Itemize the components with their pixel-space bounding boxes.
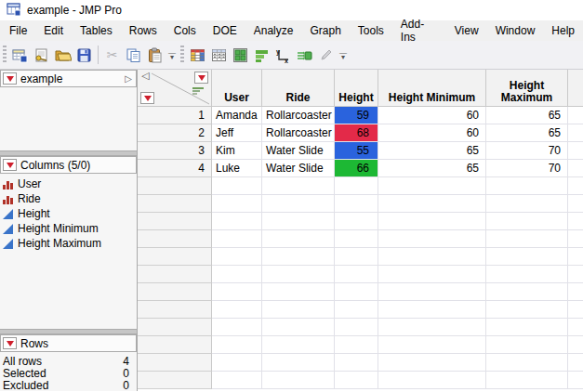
fit-y-by-x-icon[interactable]: y x xyxy=(272,45,294,66)
cell-empty[interactable] xyxy=(335,177,378,195)
row-number[interactable]: 2 xyxy=(138,124,212,142)
cell-empty[interactable] xyxy=(486,372,568,389)
cell-empty[interactable] xyxy=(335,195,378,213)
cell-empty[interactable] xyxy=(486,177,568,195)
row-number-empty[interactable] xyxy=(138,266,212,283)
cell-empty[interactable] xyxy=(335,372,378,389)
cell-empty[interactable] xyxy=(335,248,378,266)
column-item-height-minimum[interactable]: Height Minimum xyxy=(0,221,137,236)
cell-empty[interactable] xyxy=(378,195,486,213)
cell-height-maximum[interactable]: 70 xyxy=(486,160,568,177)
cell-empty[interactable] xyxy=(212,177,262,195)
cell-empty[interactable] xyxy=(262,301,335,319)
row-number-empty[interactable] xyxy=(138,230,212,248)
menu-add-ins[interactable]: Add-Ins xyxy=(392,15,446,46)
row-number-empty[interactable] xyxy=(138,195,212,213)
rows-red-triangle-menu[interactable] xyxy=(3,337,17,349)
open-database-icon[interactable] xyxy=(31,45,52,66)
cell-empty[interactable] xyxy=(486,319,568,336)
save-icon[interactable] xyxy=(73,45,95,66)
menu-cols[interactable]: Cols xyxy=(166,21,205,40)
cell-empty[interactable] xyxy=(378,230,486,248)
cell-empty[interactable] xyxy=(378,301,486,319)
menu-edit[interactable]: Edit xyxy=(35,21,72,40)
cell-empty[interactable] xyxy=(335,283,378,301)
cell-user[interactable]: Jeff xyxy=(212,124,262,142)
column-item-user[interactable]: User xyxy=(0,176,137,191)
cell-empty[interactable] xyxy=(568,213,583,230)
row-number-empty[interactable] xyxy=(138,372,212,389)
cell-height-maximum[interactable]: 65 xyxy=(486,107,568,124)
cell-empty[interactable] xyxy=(486,336,568,354)
cell-height[interactable]: 59 xyxy=(335,107,378,124)
row-number-empty[interactable] xyxy=(138,301,212,319)
rows-stat-selected[interactable]: Selected 0 xyxy=(0,367,137,379)
cell-empty[interactable] xyxy=(378,248,486,266)
cell-empty[interactable] xyxy=(262,195,335,213)
menu-tables[interactable]: Tables xyxy=(72,21,121,40)
cell-empty[interactable] xyxy=(486,195,568,213)
row-number[interactable]: 4 xyxy=(138,160,212,177)
paste-icon[interactable] xyxy=(144,45,166,66)
cell-empty[interactable] xyxy=(262,213,335,230)
cell-ride[interactable]: Water Slide xyxy=(262,142,335,160)
cell-empty[interactable] xyxy=(378,266,486,283)
cell-empty[interactable] xyxy=(568,177,583,195)
cut-icon[interactable]: ✂ xyxy=(101,45,123,66)
cell-empty[interactable] xyxy=(568,372,583,389)
cell-empty[interactable] xyxy=(486,283,568,301)
bar-chart-icon[interactable] xyxy=(251,45,272,66)
cell-empty[interactable] xyxy=(212,266,262,283)
cell-empty[interactable] xyxy=(568,354,583,372)
summary-table-icon[interactable] xyxy=(208,45,230,66)
table-red-triangle-menu[interactable] xyxy=(3,72,17,85)
cell-empty[interactable] xyxy=(486,213,568,230)
column-item-height[interactable]: Height xyxy=(0,206,137,221)
cell-empty[interactable] xyxy=(335,266,378,283)
menu-file[interactable]: File xyxy=(1,21,35,40)
row-number-empty[interactable] xyxy=(138,354,212,372)
cell-empty[interactable] xyxy=(378,372,486,389)
cell-empty[interactable] xyxy=(262,372,335,389)
new-data-table-icon[interactable] xyxy=(9,45,31,66)
row-number-empty[interactable] xyxy=(138,213,212,230)
cell-empty[interactable] xyxy=(335,319,378,336)
cell-empty[interactable] xyxy=(335,301,378,319)
cell-empty[interactable] xyxy=(486,230,568,248)
cell-empty[interactable] xyxy=(262,336,335,354)
cell-empty[interactable] xyxy=(262,230,335,248)
column-item-height-maximum[interactable]: Height Maximum xyxy=(0,236,137,251)
toolbar-grip[interactable] xyxy=(3,46,7,64)
cell-empty[interactable] xyxy=(212,301,262,319)
cell-empty[interactable] xyxy=(378,177,486,195)
cell-empty[interactable] xyxy=(212,319,262,336)
cell-empty[interactable] xyxy=(262,283,335,301)
rows-stat-all-rows[interactable]: All rows 4 xyxy=(0,355,137,367)
cell-empty[interactable] xyxy=(262,354,335,372)
cell-empty[interactable] xyxy=(568,283,583,301)
row-number-empty[interactable] xyxy=(138,177,212,195)
cell-empty[interactable] xyxy=(486,301,568,319)
cell-empty[interactable] xyxy=(568,160,583,177)
cell-height-maximum[interactable]: 65 xyxy=(486,124,568,142)
cell-empty[interactable] xyxy=(262,266,335,283)
cell-empty[interactable] xyxy=(378,354,486,372)
cell-empty[interactable] xyxy=(568,301,583,319)
collapse-panel-icon[interactable]: ◁ xyxy=(141,70,149,82)
cell-ride[interactable]: Water Slide xyxy=(262,160,335,177)
cell-empty[interactable] xyxy=(486,354,568,372)
cell-empty[interactable] xyxy=(335,336,378,354)
cell-empty[interactable] xyxy=(568,248,583,266)
column-header-height[interactable]: Height xyxy=(335,70,378,107)
cell-empty[interactable] xyxy=(568,336,583,354)
cell-empty[interactable] xyxy=(335,230,378,248)
toolbar-overflow-icon-2[interactable]: —▾ xyxy=(338,45,349,65)
cell-empty[interactable] xyxy=(212,213,262,230)
cell-empty[interactable] xyxy=(212,230,262,248)
menu-view[interactable]: View xyxy=(446,21,487,40)
cell-empty[interactable] xyxy=(212,248,262,266)
tile-windows-icon[interactable] xyxy=(230,45,251,66)
row-number-empty[interactable] xyxy=(138,336,212,354)
cell-empty[interactable] xyxy=(378,336,486,354)
row-number[interactable]: 3 xyxy=(138,142,212,160)
